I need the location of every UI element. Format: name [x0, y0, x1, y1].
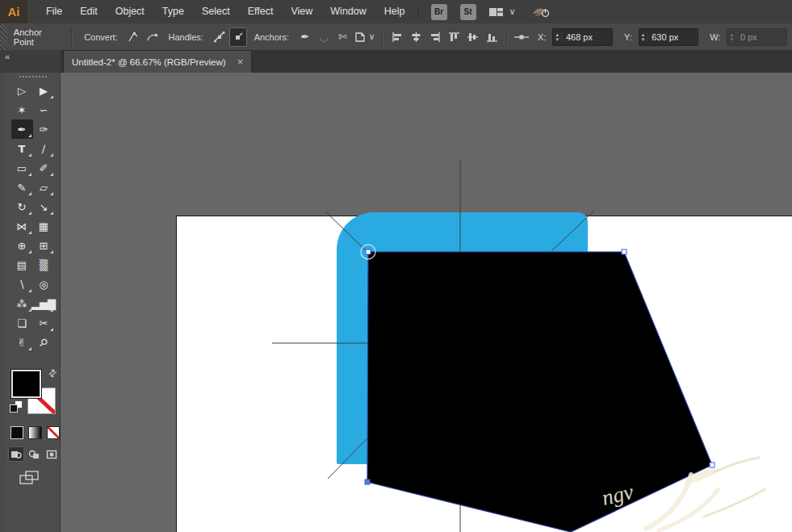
align-right-button[interactable] — [426, 27, 443, 47]
x-input[interactable] — [562, 32, 612, 42]
show-handles-button[interactable] — [211, 27, 228, 47]
eraser-tool[interactable]: ▱ — [33, 178, 55, 197]
symbol-sprayer-tool[interactable]: ⁂ — [11, 294, 33, 313]
tool-grid: ▷▶✶∽✒✑T∕▭✐✎▱↻↘⋈▦⊕⊞▤▒∖◎⁂▂▅▇❏✂✌⚲ — [6, 81, 60, 352]
tab-strip: « Untitled-2* @ 66.67% (RGB/Preview) × — [0, 50, 792, 73]
change-screen-mode-button[interactable] — [19, 471, 60, 488]
draw-normal-button[interactable] — [8, 446, 24, 462]
context-label: Anchor Point — [14, 27, 58, 47]
align-bottom-button[interactable] — [483, 27, 500, 47]
remove-anchor-button[interactable]: ✒ — [296, 27, 313, 47]
align-h-center-button[interactable] — [408, 27, 425, 47]
isolate-chevron-icon: ∨ — [368, 31, 375, 42]
type-tool[interactable]: T — [11, 139, 33, 158]
convert-to-smooth-button[interactable] — [144, 27, 161, 47]
illustrator-logo[interactable]: Ai — [0, 0, 27, 23]
connect-endpoints-button[interactable]: ◡ — [315, 27, 332, 47]
rectangle-tool[interactable]: ▭ — [11, 158, 33, 178]
artboard-tool[interactable]: ❏ — [11, 313, 33, 333]
isolate-object-button[interactable]: ∨ — [353, 27, 375, 47]
w-field: ▴▾ — [727, 28, 787, 46]
menu-window[interactable]: Window — [321, 0, 375, 23]
paintbrush-tool-icon: ✐ — [40, 162, 48, 174]
lasso-tool[interactable]: ∽ — [33, 100, 55, 119]
color-button[interactable] — [10, 426, 23, 439]
blend-tool[interactable]: ◎ — [33, 274, 55, 294]
align-top-button[interactable] — [446, 27, 463, 47]
tools-panel-grip[interactable] — [19, 76, 47, 79]
direct-selection-tool[interactable]: ▶ — [33, 81, 55, 100]
column-graph-tool[interactable]: ▂▅▇ — [33, 294, 55, 313]
gradient-tool[interactable]: ▒ — [33, 255, 55, 274]
mesh-tool[interactable]: ▤ — [11, 255, 33, 274]
free-transform-tool[interactable]: ▦ — [33, 216, 55, 236]
convert-to-corner-button[interactable] — [125, 27, 142, 47]
divider — [71, 28, 73, 46]
menu-object[interactable]: Object — [107, 0, 153, 23]
rotate-tool[interactable]: ↻ — [11, 197, 33, 216]
drawing-modes — [8, 446, 60, 462]
magic-wand-tool[interactable]: ✶ — [11, 100, 33, 119]
y-input[interactable] — [647, 32, 698, 42]
line-segment-tool[interactable]: ∕ — [33, 139, 55, 158]
magic-wand-tool-icon: ✶ — [18, 104, 27, 116]
draw-behind-button[interactable] — [26, 446, 42, 462]
pen-tool[interactable]: ✒ — [11, 119, 33, 139]
draw-inside-button[interactable] — [44, 446, 60, 462]
controlbar-grip[interactable] — [0, 23, 7, 50]
menu-type[interactable]: Type — [153, 0, 193, 23]
curvature-tool[interactable]: ✑ — [33, 119, 55, 139]
scale-tool[interactable]: ↘ — [33, 197, 55, 216]
align-left-button[interactable] — [389, 27, 406, 47]
workspace-switcher-icon[interactable] — [489, 7, 503, 17]
hand-tool[interactable]: ✌ — [11, 333, 33, 352]
scale-tool-icon: ↘ — [40, 201, 48, 213]
menu-edit[interactable]: Edit — [71, 0, 107, 23]
menu-help[interactable]: Help — [375, 0, 414, 23]
handles-label: Handles: — [168, 32, 203, 42]
mesh-tool-icon: ▤ — [17, 259, 27, 271]
default-fill-stroke-icon[interactable] — [10, 400, 23, 413]
paint-style-row — [10, 426, 60, 439]
selection-tool[interactable]: ▷ — [11, 81, 33, 100]
eyedropper-tool[interactable]: ∖ — [11, 274, 33, 294]
menu-select[interactable]: Select — [193, 0, 239, 23]
width-tool-icon: ⋈ — [17, 220, 27, 232]
gradient-button[interactable] — [28, 426, 41, 439]
anchor-point-display-icon[interactable] — [513, 27, 530, 47]
swap-fill-stroke-icon[interactable]: ⇄ — [46, 366, 60, 379]
perspective-grid-tool[interactable]: ⊞ — [33, 236, 55, 255]
menu-effect[interactable]: Effect — [239, 0, 283, 23]
x-field: ▴▾ — [552, 28, 613, 46]
panel-collapse-button[interactable]: « — [0, 50, 61, 73]
zoom-tool[interactable]: ⚲ — [33, 333, 55, 352]
paintbrush-tool[interactable]: ✐ — [33, 158, 55, 178]
x-stepper[interactable]: ▴▾ — [553, 32, 562, 42]
pen-tool-icon: ✒ — [18, 124, 27, 136]
slice-tool[interactable]: ✂ — [33, 313, 55, 333]
shaper-tool[interactable]: ✎ — [11, 178, 33, 197]
tab-close-icon[interactable]: × — [237, 57, 244, 67]
bridge-button[interactable]: Br — [431, 4, 447, 20]
stock-button[interactable]: St — [460, 4, 476, 20]
align-v-center-button[interactable] — [464, 27, 481, 47]
document-tab[interactable]: Untitled-2* @ 66.67% (RGB/Preview) × — [63, 50, 252, 73]
menu-file[interactable]: File — [37, 0, 71, 23]
zoom-tool-icon: ⚲ — [36, 335, 50, 349]
menu-bar: Ai FileEditObjectTypeSelectEffectViewWin… — [0, 0, 792, 24]
rectangle-tool-icon: ▭ — [17, 162, 27, 174]
workspace-chevron-icon[interactable]: ∨ — [509, 6, 516, 17]
gpu-performance-icon[interactable] — [532, 6, 550, 19]
hide-handles-button[interactable] — [229, 27, 246, 47]
shape-builder-tool[interactable]: ⊕ — [11, 236, 33, 255]
blue-rounded-rectangle[interactable] — [337, 212, 588, 464]
perspective-grid-tool-icon: ⊞ — [40, 240, 48, 252]
shape-builder-tool-icon: ⊕ — [18, 240, 27, 252]
y-stepper[interactable]: ▴▾ — [639, 32, 648, 42]
menu-view[interactable]: View — [282, 0, 321, 23]
curvature-tool-icon: ✑ — [40, 124, 48, 136]
none-button[interactable] — [47, 426, 60, 439]
width-tool[interactable]: ⋈ — [11, 216, 33, 236]
fill-color-swatch[interactable] — [11, 370, 41, 398]
cut-path-button[interactable]: ✄ — [334, 27, 351, 47]
